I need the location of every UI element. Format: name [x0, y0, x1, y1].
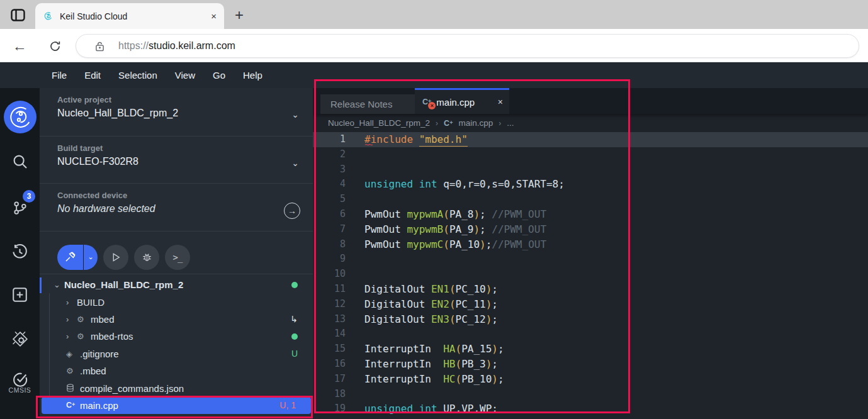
chevron-right-icon[interactable]: ›: [66, 315, 77, 324]
code-token: PB_3: [461, 358, 486, 370]
active-project-section[interactable]: Active project Nucleo_Hall_BLDC_rpm_2 ⌄: [40, 88, 313, 137]
chevron-down-icon[interactable]: ⌄: [291, 158, 299, 168]
build-target-label: Build target: [57, 143, 298, 153]
active-item-indicator: [40, 277, 42, 293]
cpp-file-icon: C+: [444, 119, 453, 128]
code-token: ): [486, 313, 492, 325]
code-line-1[interactable]: 1#include "mbed.h"~~: [313, 132, 868, 147]
connect-device-button[interactable]: →: [284, 203, 300, 219]
tree-item-badge: ↳: [290, 314, 298, 324]
tab-preview-icon: [11, 9, 25, 21]
terminal-button[interactable]: >_: [165, 245, 190, 270]
menu-item-selection[interactable]: Selection: [110, 70, 166, 81]
code-line-20[interactable]: 20volatile unsigned h(void); //hall read…: [313, 416, 868, 419]
code-editor[interactable]: 1#include "mbed.h"~~234unsigned int q=0,…: [313, 132, 868, 419]
editor-tab-release-notes[interactable]: Release Notes: [320, 94, 415, 114]
search-button[interactable]: [0, 148, 40, 175]
build-target-section[interactable]: Build target NUCLEO-F302R8 ⌄: [40, 137, 313, 184]
code-token: HA: [443, 343, 455, 355]
code-token: EN3: [431, 313, 449, 325]
code-line-17[interactable]: 17InterruptIn HC(PB_10);: [313, 372, 868, 387]
run-button[interactable]: [103, 245, 128, 270]
editor-pane[interactable]: Release NotesC+×main.cpp× Nucleo_Hall_BL…: [313, 88, 868, 419]
browser-tab-bar: Keil Studio Cloud × +: [0, 0, 868, 29]
hammer-icon[interactable]: [57, 245, 84, 270]
code-line-11[interactable]: 11DigitalOut EN1(PC_10);: [313, 282, 868, 297]
code-token: ;: [492, 313, 498, 325]
lock-icon: [95, 41, 104, 52]
code-token: ): [473, 223, 480, 235]
code-line-16[interactable]: 16InterruptIn HB(PB_3);: [313, 357, 868, 372]
browser-tab[interactable]: Keil Studio Cloud ×: [35, 3, 224, 29]
new-tab-button[interactable]: +: [230, 6, 248, 24]
code-line-3[interactable]: 3: [313, 162, 868, 177]
code-token: PwmOut: [364, 223, 407, 235]
code-line-15[interactable]: 15InterruptIn HA(PA_15);: [313, 342, 868, 357]
url-host: studio.keil.arm.com: [149, 40, 235, 51]
code-line-2[interactable]: 2: [313, 147, 868, 162]
tree-item-mbed[interactable]: ›⚙mbed↳: [40, 311, 313, 328]
keil-logo-button[interactable]: [0, 101, 40, 133]
tree-item-main-cpp[interactable]: C+main.cppU, 1: [42, 397, 311, 414]
new-project-button[interactable]: [0, 282, 40, 307]
hardware-settings-button[interactable]: [0, 326, 40, 352]
menu-item-view[interactable]: View: [166, 70, 204, 81]
code-line-13[interactable]: 13DigitalOut EN3(PC_12);: [313, 312, 868, 327]
code-line-7[interactable]: 7PwmOut mypwmB(PA_9); //PWM_OUT: [313, 222, 868, 237]
line-number: 5: [313, 192, 346, 207]
code-token: HB: [443, 358, 455, 370]
code-token: ;: [498, 373, 504, 385]
chevron-right-icon[interactable]: ›: [66, 298, 77, 307]
breadcrumb-separator: ›: [499, 119, 501, 128]
code-line-6[interactable]: 6PwmOut mypwmA(PA_8); //PWM_OUT: [313, 207, 868, 222]
tree-item--mbed[interactable]: ⚙.mbed: [40, 362, 313, 379]
code-token: (: [443, 238, 449, 250]
tree-item-compile-commands-json[interactable]: compile_commands.json: [40, 379, 313, 396]
address-bar[interactable]: https://studio.keil.arm.com: [76, 34, 859, 58]
code-token: UP,VP,WP;: [437, 403, 498, 415]
debug-button[interactable]: [134, 245, 159, 270]
tree-item-nucleo-hall-bldc-rpm-2[interactable]: ⌄Nucleo_Hall_BLDC_rpm_2: [40, 276, 313, 293]
code-token: (: [443, 208, 449, 220]
tree-item--gitignore[interactable]: ◈.gitignoreU: [40, 345, 313, 362]
refresh-button[interactable]: [45, 36, 64, 55]
code-line-4[interactable]: 4unsigned int q=0,r=0,s=0,START=8;: [313, 177, 868, 192]
code-token: PC_12: [456, 313, 486, 325]
code-line-8[interactable]: 8PwmOut mypwmC(PA_10);//PWM_OUT: [313, 237, 868, 252]
breadcrumb-item[interactable]: ...: [507, 118, 514, 128]
code-line-14[interactable]: 14: [313, 327, 868, 342]
chevron-down-icon[interactable]: ⌄: [291, 109, 299, 120]
tree-item-mbed-rtos[interactable]: ›⚙mbed-rtos: [40, 328, 313, 345]
code-text: [346, 267, 364, 282]
code-token: EN2: [431, 298, 449, 310]
code-line-18[interactable]: 18: [313, 387, 868, 402]
tab-close-icon[interactable]: ×: [498, 97, 503, 107]
tab-preview-button[interactable]: [9, 8, 26, 23]
breadcrumb[interactable]: Nucleo_Hall_BLDC_rpm_2›C+main.cpp›...: [313, 114, 868, 132]
breadcrumb-item[interactable]: main.cpp: [458, 118, 493, 128]
tab-close-icon[interactable]: ×: [211, 11, 217, 21]
status-dot-green: [291, 282, 298, 288]
code-line-10[interactable]: 10: [313, 267, 868, 282]
code-line-9[interactable]: 9: [313, 252, 868, 267]
code-line-12[interactable]: 12DigitalOut EN2(PC_11);: [313, 297, 868, 312]
history-button[interactable]: [0, 239, 40, 264]
build-dropdown-chevron-icon[interactable]: ⌄: [84, 253, 98, 261]
code-line-5[interactable]: 5: [313, 192, 868, 207]
build-button[interactable]: ⌄: [57, 245, 98, 270]
breadcrumb-item[interactable]: Nucleo_Hall_BLDC_rpm_2: [328, 118, 430, 128]
menu-item-edit[interactable]: Edit: [76, 70, 110, 81]
tree-item-build[interactable]: ›BUILD: [40, 293, 313, 310]
menu-item-help[interactable]: Help: [234, 70, 271, 81]
editor-tab-main-cpp[interactable]: C+×main.cpp×: [415, 88, 509, 114]
code-token: (: [449, 298, 456, 310]
chevron-right-icon[interactable]: ›: [66, 332, 77, 341]
code-token: mypwmC: [407, 238, 443, 250]
code-token: PB_10: [461, 373, 492, 385]
code-token: (: [456, 358, 462, 370]
chevron-down-icon[interactable]: ⌄: [54, 280, 64, 289]
back-button[interactable]: ←: [10, 36, 29, 55]
menu-item-file[interactable]: File: [43, 70, 76, 81]
code-line-19[interactable]: 19unsigned int UP,VP,WP;: [313, 401, 868, 416]
menu-item-go[interactable]: Go: [204, 70, 234, 81]
